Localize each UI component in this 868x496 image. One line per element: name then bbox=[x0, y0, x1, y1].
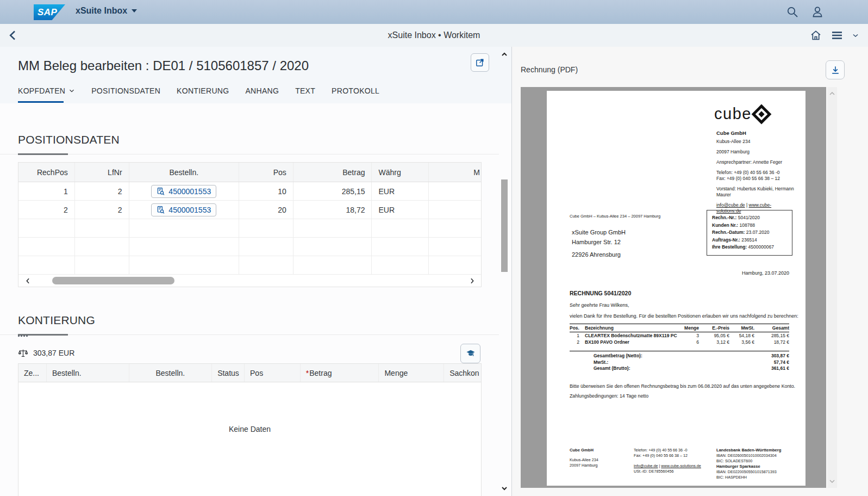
cell-betrag: 18,72 bbox=[294, 201, 372, 219]
footer-company-street: Kubus-Allee 234 bbox=[570, 457, 634, 463]
chevron-right-icon bbox=[469, 277, 476, 284]
col-pos: Pos bbox=[239, 163, 294, 182]
scrollbar-thumb[interactable] bbox=[501, 179, 508, 272]
footer-vat-id: USt.-ID: DE785560456 bbox=[634, 469, 716, 474]
cell-empty bbox=[129, 219, 239, 237]
recipient-street: Hamburger Str. 12 bbox=[572, 237, 626, 247]
col-clipped: M bbox=[429, 163, 481, 182]
product-switcher[interactable]: xSuite Inbox bbox=[76, 6, 137, 16]
chevron-down-icon bbox=[829, 478, 835, 485]
po-number: 4500001553 bbox=[168, 187, 211, 196]
cell-empty bbox=[18, 219, 75, 237]
tab-label: TEXT bbox=[295, 86, 315, 95]
pdf-scrollbar[interactable] bbox=[827, 87, 837, 488]
scroll-down-button[interactable] bbox=[829, 478, 835, 485]
table-row[interactable]: 2 2 4500001553 20 18,72 EUR bbox=[18, 201, 481, 219]
menu-button[interactable] bbox=[830, 29, 844, 42]
home-button[interactable] bbox=[809, 29, 822, 42]
col-lfnr: LfNr bbox=[75, 163, 129, 182]
purchase-order-link[interactable]: 4500001553 bbox=[151, 203, 216, 216]
footer-fax: Fax: +49 (0) 040 55 66 38 – 12 bbox=[634, 453, 716, 458]
items-header-row: Pos. Bezeichnung Menge E.-Preis MwSt. Ge… bbox=[570, 324, 789, 332]
scrollbar-track[interactable] bbox=[37, 275, 463, 287]
email-link: info@cube.de bbox=[716, 202, 745, 208]
horizontal-scrollbar[interactable] bbox=[18, 275, 481, 287]
learn-button[interactable] bbox=[460, 344, 480, 363]
cell-bestelln: 4500001553 bbox=[129, 182, 239, 200]
scroll-up-button[interactable] bbox=[501, 51, 508, 58]
item-pos: 2 bbox=[570, 339, 585, 345]
recipient-city: 22926 Ahrensburg bbox=[572, 250, 626, 259]
nav-overflow-button[interactable] bbox=[852, 29, 859, 42]
cell-rechpos: 1 bbox=[18, 182, 75, 200]
scroll-right-button[interactable] bbox=[463, 277, 481, 284]
invoice-items-table: Pos. Bezeichnung Menge E.-Preis MwSt. Ge… bbox=[570, 324, 789, 345]
cell-empty bbox=[429, 182, 481, 200]
scroll-left-button[interactable] bbox=[18, 277, 37, 284]
tab-positionsdaten[interactable]: POSITIONSDATEN bbox=[91, 83, 160, 103]
tab-kontierung[interactable]: KONTIERUNG bbox=[177, 83, 229, 103]
table-header-row: Ze... Bestelln. Bestelln. Status Pos *Be… bbox=[18, 364, 481, 382]
total-value: 57,74 € bbox=[774, 359, 789, 366]
cell-empty bbox=[372, 219, 429, 237]
scrollbar-thumb[interactable] bbox=[52, 277, 174, 284]
col-bestelln: Bestelln. bbox=[129, 163, 239, 182]
col-rechpos: RechPos bbox=[18, 163, 75, 182]
balance-total: 303,87 EUR bbox=[33, 349, 74, 357]
footer-company-city: 20097 Hamburg bbox=[570, 463, 634, 468]
footer-phone: Telefon: +49 (0) 40 55 66 36 -0 bbox=[634, 448, 716, 453]
no-data-text: Keine Daten bbox=[18, 425, 481, 433]
col-menge: Menge bbox=[678, 325, 699, 331]
cell-empty bbox=[129, 238, 239, 256]
tab-label: ANHANG bbox=[245, 86, 279, 95]
item-name: CLEARTEX Bodenschutzmatte 89X119 PC bbox=[585, 333, 678, 338]
scroll-up-button[interactable] bbox=[829, 90, 835, 97]
search-button[interactable] bbox=[786, 5, 799, 18]
fullscreen-button[interactable] bbox=[471, 53, 489, 72]
tab-protokoll[interactable]: PROTOKOLL bbox=[332, 83, 379, 103]
tab-kopfdaten[interactable]: KOPFDATEN bbox=[18, 83, 75, 103]
purchase-order-link[interactable]: 4500001553 bbox=[151, 185, 216, 198]
kontierung-toolbar: 303,87 EUR bbox=[18, 344, 482, 362]
item-mwst: 3,56 € bbox=[729, 339, 754, 345]
place-date: Hamburg, 23.07.2020 bbox=[677, 270, 789, 276]
chevron-down-icon bbox=[68, 88, 75, 94]
company-street: Kubus-Allee 234 bbox=[716, 139, 795, 145]
meta-label: Rechn.-Datum: bbox=[712, 230, 745, 235]
table-row[interactable]: 1 2 4500001553 10 285,15 EUR bbox=[18, 182, 481, 201]
tab-text[interactable]: TEXT bbox=[295, 83, 315, 103]
vertical-scrollbar[interactable] bbox=[500, 50, 509, 493]
meta-value: 4500000067 bbox=[747, 244, 774, 250]
document-search-icon bbox=[157, 187, 165, 196]
cell-pos: 10 bbox=[239, 182, 294, 200]
document-search-icon bbox=[157, 206, 165, 214]
scroll-down-button[interactable] bbox=[501, 485, 508, 492]
sap-logo[interactable]: SAP bbox=[34, 4, 65, 20]
tab-anhang[interactable]: ANHANG bbox=[245, 83, 279, 103]
download-button[interactable] bbox=[826, 60, 845, 79]
meta-value: 23.07.2020 bbox=[745, 230, 769, 235]
cell-empty bbox=[429, 238, 481, 256]
attachment-panel: Rechnung (PDF) cube Cube GmbH Kubus-Alle… bbox=[512, 47, 868, 496]
tab-bar: KOPFDATEN POSITIONSDATEN KONTIERUNG ANHA… bbox=[18, 83, 379, 103]
nav-actions bbox=[809, 29, 859, 42]
bank-bic: BIC: HASPDEHH bbox=[716, 475, 790, 480]
total-value: 361,61 € bbox=[771, 365, 789, 372]
cell-betrag: 285,15 bbox=[294, 182, 372, 200]
page-header-bar: xSuite Inbox • Workitem bbox=[0, 24, 868, 47]
meta-label: Kunden Nr.: bbox=[712, 222, 738, 228]
item-menge: 3 bbox=[678, 333, 699, 338]
table-empty-body: Keine Daten bbox=[18, 382, 481, 496]
email-link: info@cube.de bbox=[634, 463, 658, 468]
chevron-left-icon bbox=[24, 277, 32, 284]
download-icon bbox=[830, 65, 841, 76]
col-betrag: *Betrag bbox=[301, 364, 379, 382]
pdf-viewer[interactable]: cube Cube GmbH Kubus-Allee 234 20097 Ham… bbox=[521, 87, 826, 488]
bank-iban: IBAN: DE02200505501015871393 bbox=[716, 469, 790, 475]
user-button[interactable] bbox=[811, 5, 824, 18]
chevron-down-icon bbox=[132, 9, 137, 13]
invoice-footer: Cube GmbH Kubus-Allee 234 20097 Hamburg … bbox=[570, 448, 790, 480]
back-button[interactable] bbox=[7, 29, 20, 42]
cell-rechpos: 2 bbox=[18, 201, 75, 219]
cube-logo-diamond-icon bbox=[752, 104, 772, 124]
